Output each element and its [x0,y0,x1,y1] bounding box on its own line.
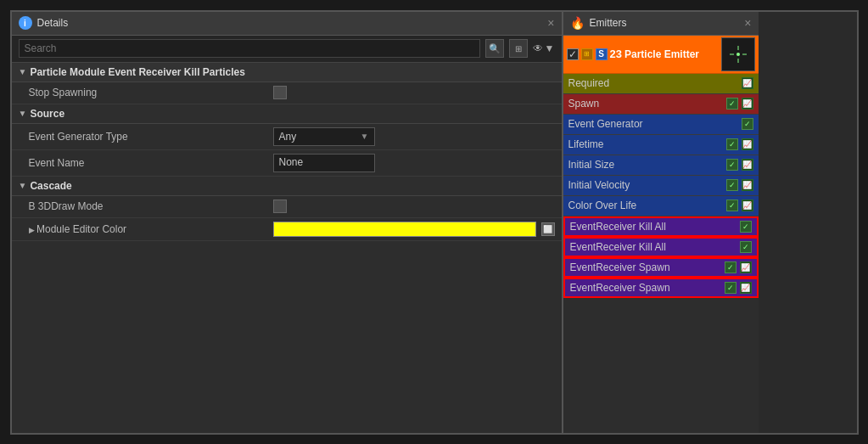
module-spawn-graph-icon[interactable]: 📈 [742,98,753,110]
module-event-receiver-spawn-1-label: EventReceiver Spawn [570,261,721,273]
module-color-over-life[interactable]: Color Over Life ✓ 📈 [563,196,759,216]
event-name-label: Event Name [12,154,266,172]
cascade-section-header: ▼ Cascade [12,177,562,196]
module-initial-velocity[interactable]: Initial Velocity ✓ 📈 [563,176,759,196]
b3d-draw-mode-value [266,196,562,216]
module-color-over-life-graph-icon[interactable]: 📈 [742,200,753,211]
module-required-label: Required [568,77,738,89]
eye-chevron-icon: ▼ [545,42,555,54]
details-content: ▼ Particle Module Event Receiver Kill Pa… [12,63,562,433]
module-event-receiver-kill-2-check[interactable]: ✓ [740,241,752,253]
module-event-receiver-spawn-1-check[interactable]: ✓ [725,261,736,273]
emitter-thumbnail[interactable] [721,37,755,71]
emitters-header: 🔥 Emitters × [563,12,759,36]
event-generator-type-value: Any ▼ [266,124,562,149]
source-label: Source [30,108,64,120]
details-panel: i Details × 🔍 ⊞ 👁 ▼ ▼ Particle Module Ev… [12,12,563,433]
cascade-label: Cascade [30,180,71,192]
module-event-generator[interactable]: Event Generator ✓ [563,115,759,135]
grid-view-button[interactable]: ⊞ [509,39,528,58]
module-initial-velocity-graph-icon[interactable]: 📈 [742,179,753,191]
module-event-receiver-kill-1[interactable]: EventReceiver Kill All ✓ [563,216,759,237]
color-bar[interactable] [273,222,536,237]
module-initial-size-label: Initial Size [568,159,723,171]
module-event-receiver-kill-1-label: EventReceiver Kill All [570,221,736,233]
main-section-label: Particle Module Event Receiver Kill Part… [30,66,244,78]
event-generator-type-row: Event Generator Type Any ▼ [12,124,562,150]
module-initial-size-graph-icon[interactable]: 📈 [742,159,753,171]
flame-icon: 🔥 [570,16,585,30]
search-button[interactable]: 🔍 [485,39,504,58]
module-lifetime-check[interactable]: ✓ [726,138,738,150]
event-name-value: None [266,150,562,176]
module-required[interactable]: Required 📈 [563,74,759,94]
module-event-receiver-spawn-2-check[interactable]: ✓ [725,282,736,294]
module-color-over-life-label: Color Over Life [568,200,723,211]
main-section-arrow: ▼ [19,67,27,76]
eye-icon: 👁 [533,42,543,54]
details-close-button[interactable]: × [547,16,554,30]
module-event-receiver-kill-1-check[interactable]: ✓ [740,221,752,233]
stop-spawning-row: Stop Spawning [12,82,562,104]
module-editor-color-value: ⬜ [266,218,562,240]
emitter-s-badge: S [596,48,608,60]
emitters-close-button[interactable]: × [744,16,751,30]
module-color-over-life-check[interactable]: ✓ [726,200,738,211]
emitter-card-top: ✓ ⊞ S 23 Particle Emitter [563,36,759,74]
module-event-generator-label: Event Generator [568,118,738,130]
module-lifetime-graph-icon[interactable]: 📈 [742,138,753,150]
event-generator-type-dropdown[interactable]: Any ▼ [273,127,375,146]
module-lifetime[interactable]: Lifetime ✓ 📈 [563,135,759,155]
module-event-receiver-spawn-1-graph-icon[interactable]: 📈 [740,261,752,273]
module-event-receiver-kill-2-label: EventReceiver Kill All [570,241,736,253]
module-event-receiver-kill-2[interactable]: EventReceiver Kill All ✓ [563,237,759,257]
module-event-generator-check[interactable]: ✓ [742,118,753,130]
module-required-graph-icon[interactable]: 📈 [742,77,753,89]
module-editor-color-label: ▶ Module Editor Color [12,220,266,239]
event-generator-type-label: Event Generator Type [12,127,266,146]
module-initial-velocity-label: Initial Velocity [568,179,723,191]
details-header: i Details × [12,12,562,36]
b3d-draw-mode-checkbox[interactable] [273,200,287,213]
module-initial-size-check[interactable]: ✓ [726,159,738,171]
emitter-number: 23 [610,48,622,60]
stop-spawning-value [266,82,562,103]
b3d-draw-mode-label: B 3DDraw Mode [12,197,266,216]
module-initial-velocity-check[interactable]: ✓ [726,179,738,191]
stop-spawning-label: Stop Spawning [12,83,266,102]
main-section-header: ▼ Particle Module Event Receiver Kill Pa… [12,63,562,82]
modules-list: Required 📈 Spawn ✓ 📈 Event Generator ✓ L… [563,74,759,433]
module-spawn-label: Spawn [568,98,723,110]
search-bar: 🔍 ⊞ 👁 ▼ [12,36,562,63]
module-event-receiver-spawn-2[interactable]: EventReceiver Spawn ✓ 📈 [563,278,759,298]
module-spawn-check[interactable]: ✓ [726,98,738,110]
module-event-receiver-spawn-2-label: EventReceiver Spawn [570,282,721,294]
particle-emitter-label: Particle Emitter [624,48,719,60]
emitter-grid-icon[interactable]: ⊞ [581,48,593,60]
module-initial-size[interactable]: Initial Size ✓ 📈 [563,155,759,176]
cascade-arrow: ▼ [19,181,27,190]
details-title: Details [37,17,543,29]
svg-point-0 [736,53,740,56]
module-editor-color-row: ▶ Module Editor Color ⬜ [12,218,562,241]
eye-menu-button[interactable]: 👁 ▼ [533,42,555,54]
color-triangle-icon: ▶ [29,226,37,234]
b3d-draw-mode-row: B 3DDraw Mode [12,196,562,218]
dropdown-arrow-icon: ▼ [361,132,369,141]
emitter-enabled-checkbox[interactable]: ✓ [567,48,579,60]
stop-spawning-checkbox[interactable] [273,86,287,99]
source-section-header: ▼ Source [12,104,562,124]
color-picker-icon[interactable]: ⬜ [541,222,555,236]
module-lifetime-label: Lifetime [568,138,723,150]
event-name-row: Event Name None [12,150,562,177]
module-event-receiver-spawn-1[interactable]: EventReceiver Spawn ✓ 📈 [563,257,759,278]
info-icon: i [19,16,32,30]
event-name-input[interactable]: None [273,154,375,172]
event-generator-type-text: Any [279,131,297,143]
module-event-receiver-spawn-2-graph-icon[interactable]: 📈 [740,282,752,294]
source-arrow: ▼ [19,109,27,118]
emitters-panel: 🔥 Emitters × ✓ ⊞ S 23 Particle Emitter [563,12,759,433]
emitters-title: Emitters [590,17,740,29]
search-input[interactable] [19,39,480,58]
module-spawn[interactable]: Spawn ✓ 📈 [563,94,759,115]
